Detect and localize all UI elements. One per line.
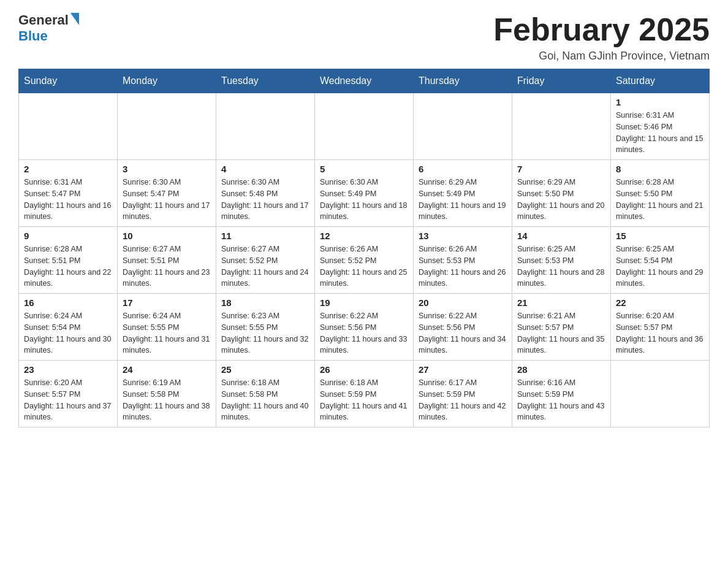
- calendar-cell: 14Sunrise: 6:25 AMSunset: 5:53 PMDayligh…: [512, 227, 611, 294]
- day-number: 10: [123, 231, 211, 241]
- day-info: Sunrise: 6:20 AMSunset: 5:57 PMDaylight:…: [616, 310, 704, 356]
- day-info: Sunrise: 6:31 AMSunset: 5:47 PMDaylight:…: [24, 177, 112, 223]
- day-info: Sunrise: 6:31 AMSunset: 5:46 PMDaylight:…: [616, 110, 704, 156]
- calendar-table: SundayMondayTuesdayWednesdayThursdayFrid…: [18, 69, 710, 427]
- logo-general-text: General: [18, 12, 69, 28]
- day-number: 15: [616, 231, 704, 241]
- weekday-header-thursday: Thursday: [414, 69, 512, 93]
- logo: General Blue: [18, 12, 79, 44]
- day-info: Sunrise: 6:21 AMSunset: 5:57 PMDaylight:…: [517, 310, 605, 356]
- calendar-cell: 15Sunrise: 6:25 AMSunset: 5:54 PMDayligh…: [611, 227, 710, 294]
- calendar-week-1: 1Sunrise: 6:31 AMSunset: 5:46 PMDaylight…: [19, 93, 710, 160]
- day-info: Sunrise: 6:17 AMSunset: 5:59 PMDaylight:…: [419, 377, 507, 423]
- day-info: Sunrise: 6:22 AMSunset: 5:56 PMDaylight:…: [320, 310, 408, 356]
- day-number: 23: [24, 364, 112, 375]
- day-info: Sunrise: 6:22 AMSunset: 5:56 PMDaylight:…: [419, 310, 507, 356]
- day-number: 3: [123, 164, 211, 174]
- day-info: Sunrise: 6:30 AMSunset: 5:47 PMDaylight:…: [123, 177, 211, 223]
- day-number: 14: [517, 231, 605, 241]
- calendar-cell: [315, 93, 414, 160]
- day-number: 27: [419, 364, 507, 375]
- day-number: 12: [320, 231, 408, 241]
- day-info: Sunrise: 6:26 AMSunset: 5:52 PMDaylight:…: [320, 243, 408, 289]
- calendar-cell: 6Sunrise: 6:29 AMSunset: 5:49 PMDaylight…: [414, 160, 512, 227]
- day-number: 19: [320, 297, 408, 308]
- day-info: Sunrise: 6:26 AMSunset: 5:53 PMDaylight:…: [419, 243, 507, 289]
- day-number: 21: [517, 297, 605, 308]
- day-info: Sunrise: 6:28 AMSunset: 5:50 PMDaylight:…: [616, 177, 704, 223]
- day-info: Sunrise: 6:24 AMSunset: 5:55 PMDaylight:…: [123, 310, 211, 356]
- calendar-cell: 19Sunrise: 6:22 AMSunset: 5:56 PMDayligh…: [315, 294, 414, 361]
- day-number: 7: [517, 164, 605, 174]
- day-number: 20: [419, 297, 507, 308]
- weekday-header-friday: Friday: [512, 69, 611, 93]
- weekday-header-monday: Monday: [118, 69, 216, 93]
- day-number: 22: [616, 297, 704, 308]
- day-info: Sunrise: 6:19 AMSunset: 5:58 PMDaylight:…: [123, 377, 211, 423]
- calendar-cell: [611, 361, 710, 427]
- day-info: Sunrise: 6:18 AMSunset: 5:59 PMDaylight:…: [320, 377, 408, 423]
- calendar-week-4: 16Sunrise: 6:24 AMSunset: 5:54 PMDayligh…: [19, 294, 710, 361]
- day-info: Sunrise: 6:18 AMSunset: 5:58 PMDaylight:…: [221, 377, 309, 423]
- day-info: Sunrise: 6:23 AMSunset: 5:55 PMDaylight:…: [221, 310, 309, 356]
- calendar-cell: [118, 93, 216, 160]
- calendar-cell: 9Sunrise: 6:28 AMSunset: 5:51 PMDaylight…: [19, 227, 118, 294]
- weekday-header-row: SundayMondayTuesdayWednesdayThursdayFrid…: [19, 69, 710, 93]
- logo-blue-text: Blue: [18, 28, 48, 44]
- page-header: General Blue February 2025 Goi, Nam GJin…: [18, 12, 710, 63]
- day-number: 26: [320, 364, 408, 375]
- title-section: February 2025 Goi, Nam GJinh Province, V…: [493, 12, 710, 63]
- calendar-subtitle: Goi, Nam GJinh Province, Vietnam: [493, 50, 710, 63]
- day-number: 16: [24, 297, 112, 308]
- weekday-header-sunday: Sunday: [19, 69, 118, 93]
- calendar-cell: [414, 93, 512, 160]
- calendar-week-3: 9Sunrise: 6:28 AMSunset: 5:51 PMDaylight…: [19, 227, 710, 294]
- day-number: 1: [616, 97, 704, 107]
- weekday-header-tuesday: Tuesday: [216, 69, 315, 93]
- calendar-cell: 8Sunrise: 6:28 AMSunset: 5:50 PMDaylight…: [611, 160, 710, 227]
- day-number: 13: [419, 231, 507, 241]
- calendar-cell: 25Sunrise: 6:18 AMSunset: 5:58 PMDayligh…: [216, 361, 315, 427]
- day-info: Sunrise: 6:30 AMSunset: 5:49 PMDaylight:…: [320, 177, 408, 223]
- day-number: 28: [517, 364, 605, 375]
- day-number: 2: [24, 164, 112, 174]
- calendar-cell: [512, 93, 611, 160]
- day-info: Sunrise: 6:24 AMSunset: 5:54 PMDaylight:…: [24, 310, 112, 356]
- weekday-header-saturday: Saturday: [611, 69, 710, 93]
- calendar-cell: 12Sunrise: 6:26 AMSunset: 5:52 PMDayligh…: [315, 227, 414, 294]
- calendar-week-5: 23Sunrise: 6:20 AMSunset: 5:57 PMDayligh…: [19, 361, 710, 427]
- day-number: 25: [221, 364, 309, 375]
- calendar-cell: 7Sunrise: 6:29 AMSunset: 5:50 PMDaylight…: [512, 160, 611, 227]
- logo-triangle-icon: [70, 13, 79, 25]
- day-number: 9: [24, 231, 112, 241]
- calendar-cell: 16Sunrise: 6:24 AMSunset: 5:54 PMDayligh…: [19, 294, 118, 361]
- weekday-header-wednesday: Wednesday: [315, 69, 414, 93]
- calendar-cell: 17Sunrise: 6:24 AMSunset: 5:55 PMDayligh…: [118, 294, 216, 361]
- calendar-cell: [19, 93, 118, 160]
- calendar-cell: 24Sunrise: 6:19 AMSunset: 5:58 PMDayligh…: [118, 361, 216, 427]
- calendar-cell: 28Sunrise: 6:16 AMSunset: 5:59 PMDayligh…: [512, 361, 611, 427]
- calendar-cell: [216, 93, 315, 160]
- day-number: 17: [123, 297, 211, 308]
- calendar-cell: 11Sunrise: 6:27 AMSunset: 5:52 PMDayligh…: [216, 227, 315, 294]
- day-info: Sunrise: 6:25 AMSunset: 5:54 PMDaylight:…: [616, 243, 704, 289]
- day-info: Sunrise: 6:29 AMSunset: 5:49 PMDaylight:…: [419, 177, 507, 223]
- calendar-cell: 2Sunrise: 6:31 AMSunset: 5:47 PMDaylight…: [19, 160, 118, 227]
- day-number: 6: [419, 164, 507, 174]
- calendar-cell: 13Sunrise: 6:26 AMSunset: 5:53 PMDayligh…: [414, 227, 512, 294]
- day-info: Sunrise: 6:20 AMSunset: 5:57 PMDaylight:…: [24, 377, 112, 423]
- day-info: Sunrise: 6:28 AMSunset: 5:51 PMDaylight:…: [24, 243, 112, 289]
- day-number: 24: [123, 364, 211, 375]
- day-info: Sunrise: 6:27 AMSunset: 5:51 PMDaylight:…: [123, 243, 211, 289]
- day-info: Sunrise: 6:30 AMSunset: 5:48 PMDaylight:…: [221, 177, 309, 223]
- calendar-cell: 10Sunrise: 6:27 AMSunset: 5:51 PMDayligh…: [118, 227, 216, 294]
- calendar-cell: 23Sunrise: 6:20 AMSunset: 5:57 PMDayligh…: [19, 361, 118, 427]
- calendar-cell: 22Sunrise: 6:20 AMSunset: 5:57 PMDayligh…: [611, 294, 710, 361]
- calendar-cell: 3Sunrise: 6:30 AMSunset: 5:47 PMDaylight…: [118, 160, 216, 227]
- day-info: Sunrise: 6:27 AMSunset: 5:52 PMDaylight:…: [221, 243, 309, 289]
- calendar-cell: 20Sunrise: 6:22 AMSunset: 5:56 PMDayligh…: [414, 294, 512, 361]
- calendar-cell: 1Sunrise: 6:31 AMSunset: 5:46 PMDaylight…: [611, 93, 710, 160]
- calendar-cell: 4Sunrise: 6:30 AMSunset: 5:48 PMDaylight…: [216, 160, 315, 227]
- day-info: Sunrise: 6:25 AMSunset: 5:53 PMDaylight:…: [517, 243, 605, 289]
- calendar-cell: 18Sunrise: 6:23 AMSunset: 5:55 PMDayligh…: [216, 294, 315, 361]
